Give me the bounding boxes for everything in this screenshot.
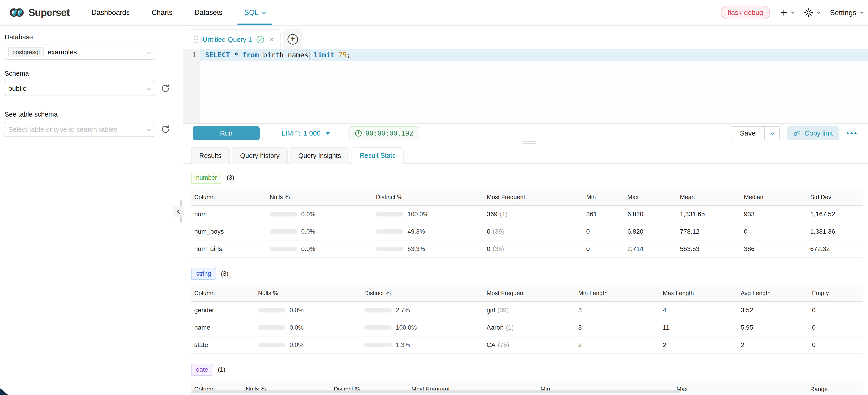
more-actions-button[interactable]: ••• bbox=[846, 129, 858, 138]
database-select[interactable]: postgresql examples bbox=[4, 44, 155, 60]
tab-query-insights[interactable]: Query Insights bbox=[290, 147, 349, 164]
cell-nulls: 0.0% bbox=[267, 206, 373, 223]
tab-results[interactable]: Results bbox=[191, 147, 230, 164]
refresh-tables-button[interactable] bbox=[160, 124, 170, 134]
cell-most-frequent: Aaron(1) bbox=[484, 319, 575, 336]
main-nav: Dashboards Charts Datasets SQL bbox=[91, 0, 265, 25]
settings-menu[interactable]: Settings bbox=[830, 8, 863, 17]
print-margin-line bbox=[779, 49, 779, 123]
cell-avg-length: 3.52 bbox=[738, 302, 809, 319]
header-cell: Nulls % bbox=[267, 189, 373, 206]
results-tabrow: Results Query history Query Insights Res… bbox=[183, 143, 868, 164]
cell-empty: 0 bbox=[809, 302, 863, 319]
sql-editor[interactable]: 1 SELECT * from birth_names limit 75; bbox=[183, 49, 868, 123]
chevron-down-icon bbox=[817, 10, 821, 14]
stats-section-number: number (3) Column Nulls % Distinct % Mos… bbox=[191, 172, 863, 258]
sql-code-line: SELECT * from birth_names limit 75; bbox=[205, 51, 351, 60]
database-engine-tag: postgresql bbox=[8, 47, 44, 57]
sidebar-divider bbox=[4, 146, 176, 146]
cell-column: num_girls bbox=[191, 240, 267, 257]
cell-most-frequent: 0(36) bbox=[484, 240, 583, 257]
cell-nulls: 0.0% bbox=[267, 223, 373, 240]
header-cell: Max bbox=[673, 381, 807, 395]
drag-handle-icon[interactable] bbox=[194, 36, 198, 43]
cell-min: 361 bbox=[583, 206, 624, 223]
limit-label: LIMIT: bbox=[282, 129, 300, 137]
cell-min-length: 2 bbox=[575, 336, 659, 354]
chevron-down-icon bbox=[771, 130, 775, 134]
new-menu-button[interactable]: + bbox=[780, 7, 794, 19]
cell-column: name bbox=[191, 319, 255, 336]
cell-median: 933 bbox=[741, 206, 807, 223]
nav-charts[interactable]: Charts bbox=[152, 0, 172, 25]
elapsed-time: 00:00:00.192 bbox=[366, 129, 413, 137]
table-row: num_boys 0.0% 49.3% 0(39) 0 6,820 778.12… bbox=[191, 223, 863, 240]
run-button[interactable]: Run bbox=[193, 126, 259, 140]
chevron-down-icon bbox=[147, 127, 151, 131]
save-button[interactable]: Save bbox=[731, 127, 764, 140]
results-panel: Results Query history Query Insights Res… bbox=[183, 143, 868, 395]
superset-logo[interactable]: Superset bbox=[9, 7, 69, 18]
cell-avg-length: 2 bbox=[738, 336, 809, 354]
limit-dropdown[interactable]: LIMIT: 1 000 bbox=[282, 129, 330, 137]
editor-tabstrip: Untitled Query 1 × + bbox=[183, 29, 868, 49]
caret-down-icon bbox=[325, 132, 330, 135]
cell-max-length: 11 bbox=[659, 319, 738, 336]
cell-empty: 0 bbox=[809, 319, 863, 336]
plus-circle-icon: + bbox=[287, 34, 298, 44]
cell-avg-length: 5.95 bbox=[738, 319, 809, 336]
table-row: name 0.0% 100.0% Aaron(1) 3 11 5.95 0 bbox=[191, 319, 863, 336]
cell-distinct: 49.3% bbox=[373, 223, 484, 240]
horizontal-scrollbar-thumb[interactable] bbox=[191, 390, 680, 393]
plus-icon: + bbox=[780, 7, 787, 19]
schema-select[interactable]: public bbox=[4, 81, 155, 96]
stats-section-string: string (3) Column Nulls % Distinct % Mos… bbox=[191, 268, 863, 354]
cell-std-dev: 1,331.36 bbox=[807, 223, 863, 240]
tab-result-stats[interactable]: Result Stats bbox=[351, 147, 404, 164]
sql-keyword: limit bbox=[310, 51, 338, 59]
type-count: (3) bbox=[221, 270, 228, 277]
table-header-row: Column Nulls % Distinct % Most Frequent … bbox=[191, 285, 863, 302]
number-stats-table: Column Nulls % Distinct % Most Frequent … bbox=[191, 189, 863, 258]
header-cell: Median bbox=[741, 189, 807, 206]
settings-label: Settings bbox=[830, 8, 856, 17]
panel-resize-grip[interactable] bbox=[522, 141, 536, 145]
close-tab-icon[interactable]: × bbox=[270, 35, 274, 44]
new-query-tab-button[interactable]: + bbox=[283, 29, 303, 49]
sql-keyword: SELECT bbox=[205, 51, 230, 59]
table-row: state 0.0% 1.3% CA(75) 2 2 2 0 bbox=[191, 336, 863, 354]
type-count: (1) bbox=[218, 366, 225, 373]
cell-min-length: 3 bbox=[575, 302, 659, 319]
table-row: num 0.0% 100.0% 369(1) 361 6,820 1,331.6… bbox=[191, 206, 863, 223]
editor-tab-untitled-query-1[interactable]: Untitled Query 1 × bbox=[190, 29, 281, 49]
theme-toggle-button[interactable] bbox=[804, 8, 819, 17]
header-cell: Most Frequent bbox=[484, 285, 575, 302]
cell-column: gender bbox=[191, 302, 255, 319]
distinct-progress-bar bbox=[364, 308, 392, 312]
collapse-sidebar-button[interactable] bbox=[173, 206, 184, 217]
refresh-schemas-button[interactable] bbox=[160, 84, 170, 93]
nav-sql[interactable]: SQL bbox=[244, 0, 265, 25]
cell-most-frequent: CA(75) bbox=[484, 336, 575, 354]
header-cell: Most Frequent bbox=[484, 189, 583, 206]
header-cell: Distinct % bbox=[373, 189, 484, 206]
table-select[interactable]: Select table or type to search tables bbox=[4, 122, 155, 137]
distinct-progress-bar bbox=[376, 247, 403, 251]
cell-nulls: 0.0% bbox=[255, 302, 361, 319]
table-select-placeholder: Select table or type to search tables bbox=[8, 125, 117, 133]
nav-dashboards[interactable]: Dashboards bbox=[91, 0, 130, 25]
chevron-left-icon bbox=[177, 209, 182, 214]
distinct-progress-bar bbox=[376, 229, 403, 234]
tab-query-history[interactable]: Query history bbox=[232, 147, 288, 164]
navbar: Superset Dashboards Charts Datasets SQL … bbox=[0, 0, 868, 26]
cell-distinct: 1.3% bbox=[361, 336, 484, 354]
nav-datasets[interactable]: Datasets bbox=[194, 0, 222, 25]
sql-keyword: from bbox=[243, 51, 259, 59]
copy-link-button[interactable]: Copy link bbox=[787, 126, 839, 140]
cell-mean: 553.53 bbox=[677, 240, 741, 257]
save-options-button[interactable] bbox=[765, 127, 779, 140]
header-cell: Max Length bbox=[659, 285, 738, 302]
header-cell: Avg Length bbox=[738, 285, 809, 302]
cell-nulls: 0.0% bbox=[267, 240, 373, 257]
distinct-progress-bar bbox=[376, 212, 403, 216]
